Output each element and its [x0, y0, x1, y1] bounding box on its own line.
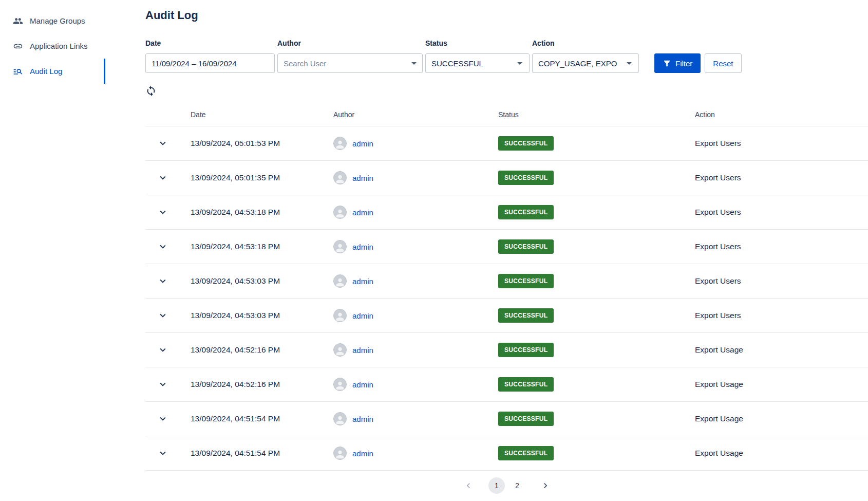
expand-row-button[interactable] [156, 343, 169, 357]
link-icon [13, 41, 23, 51]
author-link[interactable]: admin [352, 346, 373, 355]
chevron-down-icon [157, 448, 168, 459]
status-badge: SUCCESSFUL [498, 343, 554, 357]
row-date: 13/09/2024, 04:53:18 PM [191, 242, 333, 251]
date-range-input[interactable] [145, 53, 275, 73]
expand-row-button[interactable] [156, 447, 169, 460]
expand-row-button[interactable] [156, 171, 169, 184]
chevron-down-icon [157, 138, 168, 149]
status-badge: SUCCESSFUL [498, 205, 554, 219]
chevron-down-icon [157, 310, 168, 321]
author-link[interactable]: admin [352, 208, 373, 217]
people-icon [13, 16, 23, 26]
author-link[interactable]: admin [352, 415, 373, 423]
status-filter-field: Status SUCCESSFUL [425, 39, 530, 73]
table-row: 13/09/2024, 04:53:03 PM admin SUCCESSFUL… [145, 264, 868, 299]
expand-row-button[interactable] [156, 274, 169, 288]
row-date: 13/09/2024, 04:53:18 PM [191, 208, 333, 217]
row-action: Export Usage [695, 345, 868, 355]
sidebar-item-label: Application Links [30, 42, 88, 50]
pagination-page-1[interactable]: 1 [488, 477, 505, 494]
audit-log-search-icon [13, 66, 23, 77]
pagination-next-button[interactable] [538, 478, 553, 493]
expand-row-button[interactable] [156, 378, 169, 391]
status-filter-label: Status [425, 39, 530, 47]
expand-row-button[interactable] [156, 240, 169, 253]
chevron-right-icon [540, 480, 551, 491]
chevron-down-icon [157, 379, 168, 390]
chevron-down-icon [157, 207, 168, 218]
date-filter-label: Date [145, 39, 275, 47]
refresh-sync-icon [145, 85, 157, 97]
row-action: Export Users [695, 139, 868, 148]
author-link[interactable]: admin [352, 380, 373, 389]
avatar [333, 171, 347, 184]
expand-row-button[interactable] [156, 137, 169, 150]
avatar [333, 447, 347, 460]
avatar [333, 309, 347, 322]
author-filter-field: Author [277, 39, 423, 73]
status-badge: SUCCESSFUL [498, 308, 554, 323]
avatar [333, 206, 347, 219]
row-date: 13/09/2024, 04:53:03 PM [191, 311, 333, 320]
expand-row-button[interactable] [156, 309, 169, 322]
status-badge: SUCCESSFUL [498, 171, 554, 185]
row-action: Export Usage [695, 414, 868, 423]
chevron-down-icon [157, 413, 168, 424]
column-header-status: Status [498, 110, 695, 119]
sidebar: Manage Groups Application Links Audit Lo… [0, 0, 105, 501]
action-filter-field: Action COPY_USAGE, EXPO [532, 39, 639, 73]
table-row: 13/09/2024, 04:52:16 PM admin SUCCESSFUL… [145, 333, 868, 367]
filter-button[interactable]: Filter [654, 53, 701, 73]
author-search-input[interactable] [277, 53, 423, 73]
page-title: Audit Log [145, 8, 868, 23]
main-content: Audit Log Date Author Status SUCCESSFU [105, 0, 868, 501]
sidebar-item-label: Audit Log [30, 67, 62, 76]
author-link[interactable]: admin [352, 311, 373, 320]
row-action: Export Users [695, 242, 868, 251]
row-date: 13/09/2024, 05:01:35 PM [191, 173, 333, 182]
row-action: Export Usage [695, 449, 868, 458]
status-badge: SUCCESSFUL [498, 412, 554, 426]
chevron-down-icon [157, 172, 168, 183]
sidebar-item-application-links[interactable]: Application Links [0, 33, 105, 59]
action-select-value: COPY_USAGE, EXPO [538, 59, 617, 68]
sidebar-item-manage-groups[interactable]: Manage Groups [0, 8, 105, 33]
chevron-down-icon [623, 57, 635, 69]
pagination-page-2[interactable]: 2 [509, 477, 525, 494]
author-link[interactable]: admin [352, 277, 373, 286]
filter-buttons: Filter Reset [654, 53, 742, 73]
table-row: 13/09/2024, 05:01:53 PM admin SUCCESSFUL… [145, 126, 868, 161]
chevron-down-icon [157, 275, 168, 287]
table-row: 13/09/2024, 05:01:35 PM admin SUCCESSFUL… [145, 161, 868, 195]
sidebar-item-audit-log[interactable]: Audit Log [0, 59, 105, 84]
status-badge: SUCCESSFUL [498, 136, 554, 151]
status-badge: SUCCESSFUL [498, 239, 554, 254]
author-link[interactable]: admin [352, 243, 373, 251]
filter-bar: Date Author Status SUCCESSFUL [145, 39, 868, 73]
date-filter-field: Date [145, 39, 275, 73]
row-date: 13/09/2024, 05:01:53 PM [191, 139, 333, 148]
row-date: 13/09/2024, 04:52:16 PM [191, 345, 333, 355]
table-row: 13/09/2024, 04:51:54 PM admin SUCCESSFUL… [145, 436, 868, 471]
status-select-value: SUCCESSFUL [431, 59, 483, 68]
table-row: 13/09/2024, 04:51:54 PM admin SUCCESSFUL… [145, 402, 868, 436]
expand-row-button[interactable] [156, 206, 169, 219]
table-header-row: Date Author Status Action [145, 103, 868, 126]
pagination-prev-button[interactable] [461, 478, 476, 493]
action-filter-label: Action [532, 39, 639, 47]
refresh-button[interactable] [145, 83, 161, 99]
column-header-date: Date [191, 110, 333, 119]
avatar [333, 137, 347, 150]
row-action: Export Users [695, 276, 868, 286]
status-select[interactable]: SUCCESSFUL [425, 53, 530, 73]
action-select[interactable]: COPY_USAGE, EXPO [532, 53, 639, 73]
author-link[interactable]: admin [352, 174, 373, 182]
author-link[interactable]: admin [352, 449, 373, 458]
author-link[interactable]: admin [352, 139, 373, 148]
chevron-down-icon [157, 241, 168, 252]
reset-button[interactable]: Reset [705, 53, 741, 73]
table-row: 13/09/2024, 04:53:18 PM admin SUCCESSFUL… [145, 195, 868, 230]
funnel-icon [663, 59, 671, 68]
expand-row-button[interactable] [156, 412, 169, 425]
